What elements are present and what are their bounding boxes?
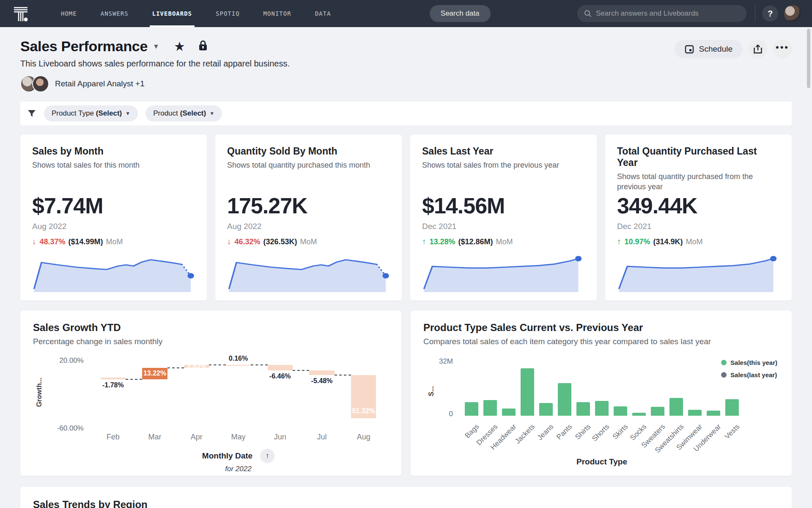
nav-item-monitor[interactable]: MONITOR [263,0,292,27]
authors-label: Retail Apparel Analyst +1 [55,79,145,88]
kpi-subtitle: Shows total sales from the previous year [422,160,585,170]
thoughtspot-logo[interactable] [11,4,30,23]
bar-value-label: -1.78% [93,381,134,389]
product-type-sales-card: Product Type Sales Current vs. Previous … [411,311,792,476]
nav-item-spotiq[interactable]: SPOTIQ [215,0,241,27]
down-arrow-icon: ↓ [32,237,36,246]
nav-item-answers[interactable]: ANSWERS [100,0,129,27]
bar-pants[interactable] [558,383,571,416]
bar-sweatshirts[interactable] [669,398,683,416]
filter-funnel-icon [27,109,36,118]
kpi-subtitle: Shows total quantity purchased this mont… [227,160,390,170]
x-axis-tick: Jul [317,433,326,442]
x-axis-label: Product Type [462,457,741,467]
kpi-card[interactable]: Quantity Sold By MonthShows total quanti… [215,135,402,301]
x-axis-tick: Jackets [513,422,537,446]
sales-trends-by-region-card: Sales Trends by Region Shows daily sales… [20,487,792,508]
kpi-delta: ↓48.37%($14.99M)MoM [32,237,195,246]
bar-jackets[interactable] [521,368,534,416]
waterfall-bar-feb[interactable] [101,378,126,379]
kpi-subtitle: Shows total sales for this month [32,160,195,170]
charts-row: Sales Growth YTD Percentage change in sa… [20,311,792,476]
waterfall-connector [251,364,267,365]
chart-subtitle: Percentage change in sales monthly [33,337,389,346]
delta-percent: 13.28% [430,237,455,246]
bar-skirts[interactable] [614,406,627,416]
nav-menu: HOMEANSWERSLIVEBOARDSSPOTIQMONITORDATA [49,0,343,27]
waterfall-connector [293,370,309,371]
filter-pill-product[interactable]: Product(Select)▼ [145,105,222,121]
sparkline-chart [422,253,585,292]
filter-pill-product-type[interactable]: Product Type(Select)▼ [44,105,138,121]
vertical-scrollbar[interactable] [807,29,810,88]
kpi-date: Dec 2021 [422,222,585,231]
kpi-value: 175.27K [227,193,390,218]
share-icon [753,44,763,54]
kpi-delta: ↑13.28%($12.86M)MoM [422,237,585,246]
x-axis-tick: Vests [723,422,741,441]
x-axis-tick: Jeans [536,422,555,442]
bar-socks[interactable] [632,413,646,416]
user-avatar[interactable] [784,5,801,22]
kpi-card[interactable]: Sales Last YearShows total sales from th… [410,135,597,301]
delta-amount: ($14.99M) [69,237,103,246]
kpi-card[interactable]: Sales by MonthShows total sales for this… [20,135,207,301]
schedule-button[interactable]: Schedule [675,40,743,58]
chart-subtitle: Compares total sales of each item catego… [423,337,779,346]
kpi-card[interactable]: Total Quantity Purchased Last YearShows … [605,135,792,301]
delta-period: MoM [300,237,317,246]
kpi-date: Dec 2021 [617,222,780,231]
x-axis-tick: Feb [107,433,120,442]
more-options-button[interactable]: ••• [773,40,792,58]
bar-shirts[interactable] [576,402,590,416]
waterfall-connector [126,379,142,380]
bar-vests[interactable] [725,399,739,416]
delta-amount: (326.53K) [263,237,297,246]
search-icon [584,10,592,17]
ellipsis-icon: ••• [776,47,789,51]
waterfall-bar-jul[interactable] [309,370,334,375]
page-title: Sales Performance [20,38,148,55]
lock-icon [198,40,208,53]
waterfall-connector [335,375,351,375]
nav-divider [755,5,755,22]
bar-headwear[interactable] [502,409,516,416]
bar-swimwear[interactable] [688,410,702,416]
bar-bags[interactable] [465,402,478,416]
x-axis-label: Monthly Date [202,451,252,461]
bar-chart: Sales(this year)Sales(last year) S... 32… [423,361,779,467]
author-avatar[interactable] [32,75,49,92]
kpi-date: Aug 2022 [227,222,390,231]
kpi-value: $14.56M [422,193,585,218]
help-button[interactable]: ? [762,6,778,22]
global-search[interactable] [577,5,746,22]
nav-item-home[interactable]: HOME [60,0,78,27]
search-data-button[interactable]: Search data [430,5,491,22]
waterfall-bar-may[interactable] [226,365,251,366]
pill-caret-icon: ▼ [209,110,214,116]
sort-arrow-button[interactable]: ↑ [260,449,274,463]
bar-dresses[interactable] [483,400,497,416]
search-input[interactable] [596,9,740,18]
bar-underwear[interactable] [707,411,720,416]
bar-sweaters[interactable] [651,407,664,416]
x-axis-sublabel: for 2022 [92,465,384,473]
x-axis-tick: Shirts [573,422,593,442]
nav-item-liveboards[interactable]: LIVEBOARDS [151,0,193,27]
bar-value-label: 51.32% [343,407,384,415]
kpi-delta: ↓46.32%(326.53K)MoM [227,237,390,246]
bar-jeans[interactable] [539,403,553,416]
nav-item-data[interactable]: DATA [314,0,332,27]
x-axis-tick: Apr [191,433,203,442]
delta-amount: ($12.86M) [458,237,493,246]
x-axis-tick: Pants [555,422,574,442]
delta-period: MoM [496,237,513,246]
bar-shorts[interactable] [595,401,609,416]
favorite-star-icon[interactable]: ★ [174,40,185,53]
share-button[interactable] [749,40,767,58]
title-dropdown-caret-icon[interactable]: ▼ [153,43,159,50]
bar-value-label: -6.46% [260,373,301,380]
kpi-value: $7.74M [32,193,195,218]
waterfall-bar-jun[interactable] [268,365,293,370]
up-arrow-icon: ↑ [422,237,426,246]
